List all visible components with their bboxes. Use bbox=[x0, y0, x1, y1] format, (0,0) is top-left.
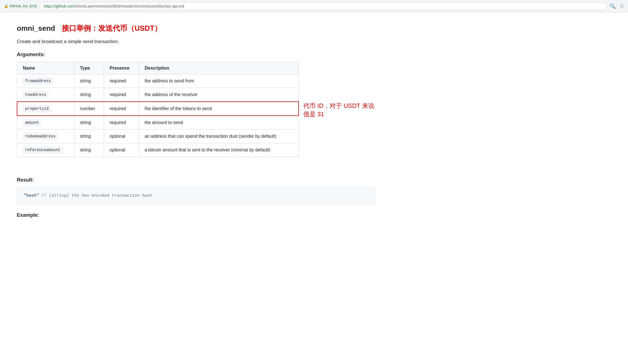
cell-name: referenceamount bbox=[17, 143, 74, 157]
table-row: toaddressstringrequiredthe address of th… bbox=[17, 88, 299, 102]
cell-presence: required bbox=[104, 116, 139, 130]
page-description: Create and broadcast a simple send trans… bbox=[17, 39, 375, 44]
page-subtitle: 接口举例：发送代币（USDT） bbox=[62, 23, 162, 33]
table-row: redeemaddressstringoptionalan address th… bbox=[17, 130, 299, 143]
cell-presence: required bbox=[104, 102, 139, 116]
table-row: referenceamountstringoptionala bitcoin a… bbox=[17, 143, 299, 157]
browser-url-path: /OmniLayer/omnicore/blob/master/src/omni… bbox=[75, 4, 184, 8]
arguments-table: Name Type Presence Description fromaddre… bbox=[17, 62, 299, 157]
cell-name: propertyid bbox=[17, 102, 74, 116]
cell-description: an address that can spend the transactio… bbox=[139, 130, 299, 143]
browser-url-green: https://github.com bbox=[44, 4, 75, 8]
title-row: omni_send 接口举例：发送代币（USDT） bbox=[17, 23, 375, 33]
cell-presence: optional bbox=[104, 143, 139, 157]
result-code-string: "hash" bbox=[24, 193, 39, 198]
result-heading: Result: bbox=[17, 177, 375, 183]
propertyid-annotation: 代币 ID，对于 USDT 来说值是 31 bbox=[303, 102, 375, 118]
col-header-type: Type bbox=[74, 62, 104, 74]
cell-name: fromaddress bbox=[17, 74, 74, 88]
cell-type: string bbox=[74, 116, 104, 130]
example-heading: Example: bbox=[17, 212, 375, 218]
lock-icon: 🔒 bbox=[4, 4, 8, 8]
cell-name: amount bbox=[17, 116, 74, 130]
table-row: propertyidnumberrequiredthe identifier o… bbox=[17, 102, 299, 116]
arguments-heading: Arguments: bbox=[17, 52, 375, 58]
cell-description: the identifier of the tokens to send bbox=[139, 102, 299, 116]
cell-presence: required bbox=[104, 74, 139, 88]
browser-action-icons: 🔍 ☆ bbox=[610, 3, 624, 9]
page-title: omni_send bbox=[17, 24, 55, 33]
table-row: fromaddressstringrequiredthe address to … bbox=[17, 74, 299, 88]
table-row: amountstringrequiredthe amount to send bbox=[17, 116, 299, 130]
cell-presence: required bbox=[104, 88, 139, 102]
result-code-comment: // (string) the hex-encoded transaction … bbox=[39, 193, 152, 198]
cell-type: string bbox=[74, 88, 104, 102]
result-code-block: "hash" // (string) the hex-encoded trans… bbox=[17, 187, 375, 204]
cell-presence: optional bbox=[104, 130, 139, 143]
annotation-area: 代币 ID，对于 USDT 来说值是 31 bbox=[299, 62, 375, 118]
cell-type: string bbox=[74, 130, 104, 143]
cell-name: toaddress bbox=[17, 88, 74, 102]
main-content: omni_send 接口举例：发送代币（USDT） Create and bro… bbox=[0, 12, 391, 234]
cell-name: redeemaddress bbox=[17, 130, 74, 143]
cell-type: number bbox=[74, 102, 104, 116]
result-section: Result: "hash" // (string) the hex-encod… bbox=[17, 177, 375, 204]
cell-description: the address to send from bbox=[139, 74, 299, 88]
col-header-name: Name bbox=[17, 62, 74, 74]
browser-site-name: GitHub, Inc. [US] bbox=[10, 4, 37, 8]
cell-description: the amount to send bbox=[139, 116, 299, 130]
browser-lock-indicator: 🔒 GitHub, Inc. [US] bbox=[4, 4, 37, 8]
col-header-description: Description bbox=[139, 62, 299, 74]
cell-description: a bitcoin amount that is sent to the rec… bbox=[139, 143, 299, 157]
cell-type: string bbox=[74, 143, 104, 157]
col-header-presence: Presence bbox=[104, 62, 139, 74]
cell-type: string bbox=[74, 74, 104, 88]
cell-description: the address of the receiver bbox=[139, 88, 299, 102]
bookmark-icon[interactable]: ☆ bbox=[620, 3, 624, 9]
table-container: Name Type Presence Description fromaddre… bbox=[17, 62, 375, 167]
table-header-row: Name Type Presence Description bbox=[17, 62, 299, 74]
browser-bar: 🔒 GitHub, Inc. [US] https://github.com/O… bbox=[0, 0, 628, 12]
search-icon[interactable]: 🔍 bbox=[610, 3, 616, 9]
browser-url-bar[interactable]: https://github.com/OmniLayer/omnicore/bl… bbox=[40, 2, 607, 10]
